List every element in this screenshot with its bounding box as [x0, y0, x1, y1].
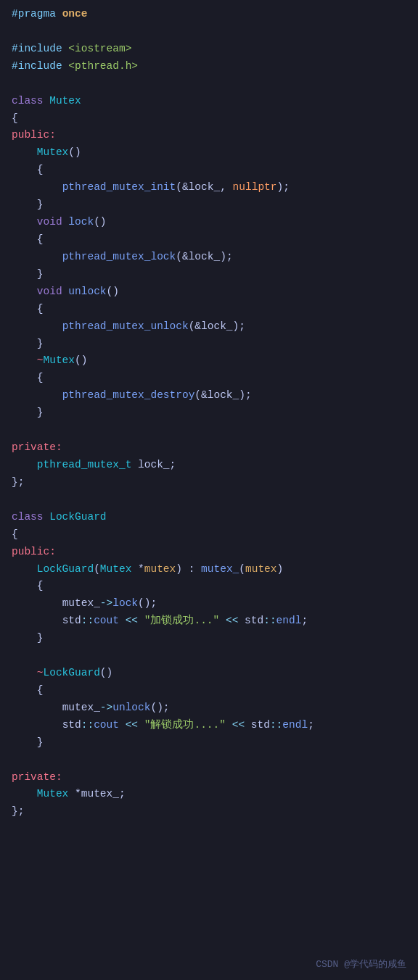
code-line-2	[0, 23, 418, 41]
code-line-25	[0, 422, 418, 439]
code-line-33: LockGuard(Mutex *mutex) : mutex_(mutex)	[0, 561, 418, 578]
code-line-24: }	[0, 404, 418, 422]
code-line-11: pthread_mutex_init(&lock_, nullptr);	[0, 179, 418, 196]
code-line-19: pthread_mutex_unlock(&lock_);	[0, 318, 418, 336]
code-line-29	[0, 491, 418, 509]
code-line-30: class LockGuard	[0, 509, 418, 526]
code-line-52	[0, 890, 418, 908]
code-line-44	[0, 752, 418, 769]
code-line-34: {	[0, 578, 418, 595]
code-line-18: {	[0, 301, 418, 318]
code-line-13: void lock()	[0, 214, 418, 231]
code-line-23: pthread_mutex_destroy(&lock_);	[0, 387, 418, 404]
code-line-1: #pragma once	[0, 6, 418, 23]
code-line-17: void unlock()	[0, 283, 418, 301]
pragma-hash: #pragma	[12, 8, 62, 20]
code-line-15: pthread_mutex_lock(&lock_);	[0, 249, 418, 266]
code-line-7: {	[0, 110, 418, 128]
code-line-38	[0, 647, 418, 665]
code-line-14: {	[0, 231, 418, 249]
code-line-41: mutex_->unlock();	[0, 699, 418, 717]
code-line-39: ~LockGuard()	[0, 665, 418, 682]
code-line-27: pthread_mutex_t lock_;	[0, 457, 418, 474]
code-line-10: {	[0, 162, 418, 179]
code-line-40: {	[0, 682, 418, 699]
code-line-5	[0, 75, 418, 93]
code-line-20: }	[0, 336, 418, 353]
code-line-51	[0, 873, 418, 890]
code-line-37: }	[0, 630, 418, 647]
code-line-22: {	[0, 370, 418, 387]
code-line-8: public:	[0, 127, 418, 144]
code-line-49	[0, 838, 418, 855]
code-line-4: #include <pthread.h>	[0, 58, 418, 75]
code-line-47: };	[0, 803, 418, 821]
code-line-28: };	[0, 474, 418, 491]
code-editor: #pragma once #include <iostream> #includ…	[0, 0, 418, 980]
code-line-6: class Mutex	[0, 93, 418, 110]
watermark: CSDN @学代码的咸鱼	[316, 958, 406, 973]
code-line-9: Mutex()	[0, 144, 418, 162]
code-line-53	[0, 908, 418, 925]
code-line-26: private:	[0, 439, 418, 457]
code-line-42: std::cout << "解锁成功...." << std::endl;	[0, 717, 418, 734]
code-line-36: std::cout << "加锁成功..." << std::endl;	[0, 612, 418, 630]
code-line-45: private:	[0, 769, 418, 786]
code-line-43: }	[0, 734, 418, 752]
code-line-46: Mutex *mutex_;	[0, 786, 418, 803]
code-line-35: mutex_->lock();	[0, 595, 418, 612]
pragma-once-keyword: once	[62, 8, 88, 20]
code-line-12: }	[0, 196, 418, 214]
code-line-21: ~Mutex()	[0, 352, 418, 370]
code-line-48	[0, 821, 418, 838]
code-line-32: public:	[0, 544, 418, 561]
code-line-50	[0, 855, 418, 873]
code-line-31: {	[0, 526, 418, 544]
code-line-16: }	[0, 266, 418, 283]
code-line-3: #include <iostream>	[0, 41, 418, 58]
